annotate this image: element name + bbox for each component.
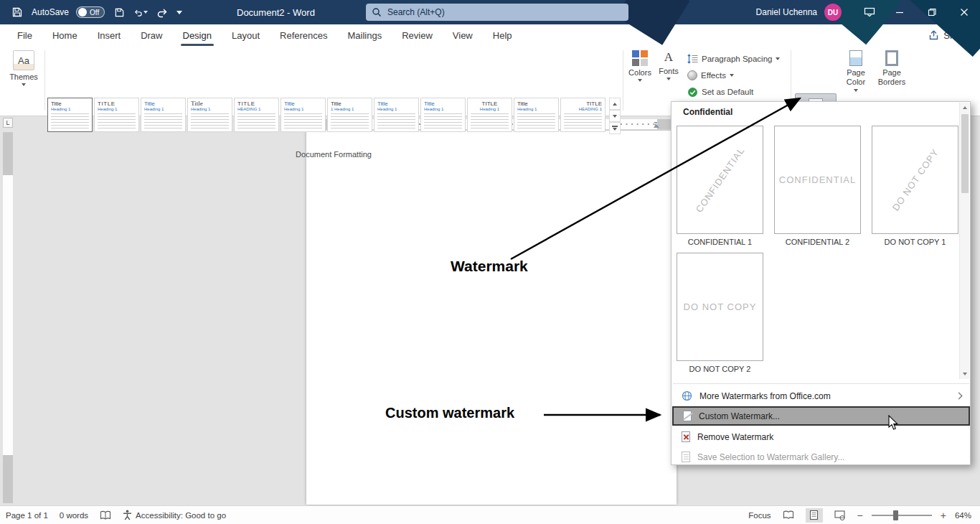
watermark-thumbnail-label: CONFIDENTIAL 2 (774, 238, 861, 246)
ribbon-tab[interactable]: Review (392, 24, 443, 46)
style-set-thumbnail[interactable]: TITLE HEADING 1 (560, 98, 606, 132)
ribbon-tab[interactable]: References (270, 24, 337, 46)
save-to-gallery-icon (682, 452, 690, 462)
ribbon-tab[interactable]: Draw (131, 24, 172, 46)
style-set-thumbnail[interactable]: Title Heading 1 (514, 98, 559, 132)
page-color-label: Page Color (839, 68, 872, 87)
menu-item-custom-watermark[interactable]: Custom Watermark... (672, 406, 970, 426)
style-set-thumbnail[interactable]: Title Heading 1 (420, 98, 466, 132)
style-set-heading: Heading 1 (377, 107, 415, 112)
scroll-down-button[interactable] (960, 369, 970, 379)
page-borders-button[interactable]: Page Borders (874, 50, 910, 87)
search-bar[interactable] (366, 4, 628, 21)
style-set-thumbnail[interactable]: Title Heading 1 (187, 98, 232, 132)
themes-button[interactable]: Aa Themes (7, 50, 40, 86)
effects-button[interactable]: Effects (687, 68, 734, 83)
style-set-body-lines (237, 113, 275, 129)
titlebar-right-controls: Daniel Uchenna DU (756, 0, 980, 24)
web-layout-icon[interactable] (831, 508, 849, 523)
menu-item-label: Custom Watermark... (699, 411, 780, 421)
menu-scrollbar[interactable] (959, 103, 969, 379)
style-set-heading: Heading 1 (191, 107, 229, 112)
zoom-slider[interactable] (872, 515, 932, 516)
undo-button[interactable] (133, 5, 148, 19)
minimize-button[interactable] (883, 0, 915, 24)
proofing-icon[interactable] (100, 510, 111, 520)
chevron-down-icon (776, 57, 780, 60)
style-set-thumbnail[interactable]: TITLE Heading 1 (94, 98, 139, 132)
style-set-title: Title (191, 100, 229, 107)
zoom-slider-thumb[interactable] (893, 510, 898, 520)
focus-mode-button[interactable]: Focus (748, 511, 771, 520)
gallery-more-button[interactable] (609, 122, 621, 134)
zoom-out-button[interactable]: − (857, 510, 863, 520)
scrollbar-thumb[interactable] (961, 114, 969, 193)
ribbon-tab[interactable]: Layout (222, 24, 270, 46)
style-set-heading: Heading 1 (98, 107, 136, 112)
watermark-thumbnail-text: CONFIDENTIAL (694, 145, 747, 215)
ribbon-tab[interactable]: Home (42, 24, 88, 46)
gallery-scroll-down-button[interactable] (609, 110, 621, 122)
zoom-level[interactable]: 64% (955, 511, 971, 520)
redo-button[interactable] (155, 5, 169, 19)
ribbon-tab[interactable]: Insert (88, 24, 131, 46)
search-icon (372, 7, 382, 17)
style-set-thumbnail[interactable]: Title Heading 1 (281, 98, 326, 132)
style-set-thumbnail[interactable]: Title Heading 1 (374, 98, 419, 132)
style-set-thumbnail[interactable]: Title 1 Heading 1 (327, 98, 372, 132)
set-as-default-button[interactable]: Set as Default (687, 85, 753, 99)
menu-item-more-watermarks[interactable]: More Watermarks from Office.com (672, 386, 970, 406)
print-layout-icon[interactable] (806, 508, 823, 523)
watermark-thumbnail-do-not-copy-2[interactable]: DO NOT COPY (677, 253, 763, 361)
paragraph-spacing-button[interactable]: Paragraph Spacing (687, 52, 780, 66)
watermark-thumbnail-confidential-2[interactable]: CONFIDENTIAL (774, 126, 861, 234)
right-indent-marker[interactable] (654, 124, 659, 128)
document-page[interactable] (306, 131, 677, 505)
menu-item-remove-watermark[interactable]: Remove Watermark (672, 427, 970, 446)
page-borders-icon (885, 50, 898, 66)
save-icon[interactable] (10, 5, 24, 19)
style-set-title: Title (424, 100, 462, 107)
ribbon-tab[interactable]: View (443, 24, 483, 46)
ribbon-tab[interactable]: Help (483, 24, 522, 46)
maximize-button[interactable] (915, 0, 948, 24)
style-set-body-lines (564, 113, 602, 129)
ribbon-tab[interactable]: Design (173, 24, 222, 46)
style-set-title: Title (51, 100, 89, 107)
close-button[interactable] (948, 0, 980, 24)
style-set-thumbnail[interactable]: TITLE Heading 1 (467, 98, 512, 132)
autosave-toggle-state: Off (90, 9, 99, 17)
watermark-thumbnail-do-not-copy-1[interactable]: DO NOT COPY (872, 126, 958, 234)
gallery-scroll-controls (609, 98, 621, 134)
colors-button[interactable]: Colors (626, 50, 654, 82)
watermark-thumbnail-confidential-1[interactable]: CONFIDENTIAL (677, 126, 763, 234)
gallery-scroll-up-button[interactable] (609, 98, 621, 110)
accessibility-status[interactable]: Accessibility: Good to go (123, 510, 226, 520)
scroll-up-button[interactable] (960, 103, 970, 113)
ribbon-display-options-icon[interactable] (856, 0, 883, 24)
avatar[interactable]: DU (824, 4, 842, 21)
tab-stop-selector[interactable]: L (3, 118, 13, 128)
zoom-in-button[interactable]: + (941, 510, 946, 520)
watermark-thumbnail-label: CONFIDENTIAL 1 (677, 238, 763, 246)
style-set-thumbnail[interactable]: Title Heading 1 (47, 98, 93, 132)
autosave-toggle[interactable]: Off (76, 6, 105, 18)
ribbon-tab[interactable]: Mailings (338, 24, 392, 46)
read-mode-icon[interactable] (780, 508, 797, 523)
fonts-button[interactable]: A Fonts (656, 50, 682, 80)
word-count-status[interactable]: 0 words (60, 511, 88, 520)
search-input[interactable] (387, 7, 623, 17)
accessibility-status-label: Accessibility: Good to go (136, 511, 226, 520)
page-number-status[interactable]: Page 1 of 1 (6, 511, 48, 520)
style-set-thumbnail[interactable]: TITLE HEADING 1 (234, 98, 279, 132)
save-button[interactable] (112, 5, 126, 19)
style-set-title: Title (517, 100, 555, 107)
style-set-body-lines (144, 113, 182, 129)
user-name[interactable]: Daniel Uchenna (756, 7, 817, 17)
ribbon-tab[interactable]: File (7, 24, 42, 46)
undo-dropdown-icon[interactable] (143, 11, 148, 14)
page-color-button[interactable]: Page Color (839, 50, 872, 92)
style-set-thumbnail[interactable]: Title Heading 1 (141, 98, 186, 132)
customize-quick-access-icon[interactable] (176, 11, 182, 14)
style-set-body-lines (191, 113, 229, 129)
